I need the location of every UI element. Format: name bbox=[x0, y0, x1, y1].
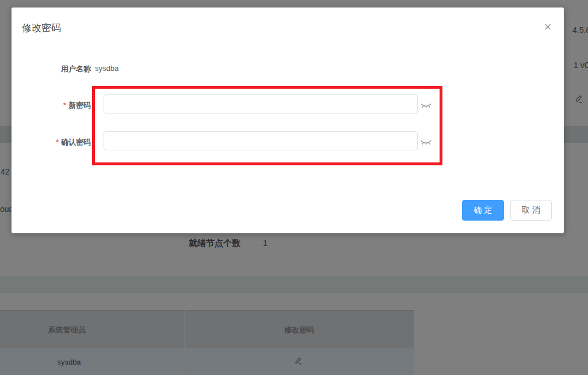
cancel-button[interactable]: 取 消 bbox=[510, 200, 552, 221]
required-asterisk: * bbox=[56, 138, 59, 146]
new-password-input[interactable] bbox=[104, 94, 418, 113]
new-password-label-wrap: *新密码 bbox=[12, 100, 91, 111]
confirm-password-label-wrap: *确认密码 bbox=[12, 137, 91, 147]
password-hidden-eye-icon[interactable] bbox=[419, 101, 433, 112]
required-asterisk: * bbox=[63, 101, 66, 109]
dialog-title: 修改密码 bbox=[22, 21, 61, 35]
new-password-label: 新密码 bbox=[68, 101, 91, 109]
username-value: sysdba bbox=[95, 64, 119, 73]
change-password-dialog: 修改密码 × 用户名称 sysdba *新密码 *确认密码 确 定 取 消 bbox=[12, 7, 564, 233]
confirm-button[interactable]: 确 定 bbox=[462, 200, 504, 221]
close-icon[interactable]: × bbox=[539, 18, 557, 36]
password-hidden-eye-icon[interactable] bbox=[419, 138, 433, 149]
confirm-password-label: 确认密码 bbox=[61, 138, 91, 146]
confirm-password-input[interactable] bbox=[104, 131, 418, 150]
username-label: 用户名称 bbox=[12, 64, 91, 74]
